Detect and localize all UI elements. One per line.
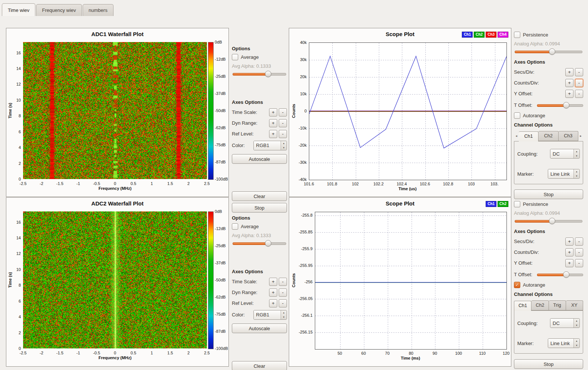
clear-button[interactable]: Clear (232, 361, 287, 370)
persistence-checkbox[interactable]: Persistence (514, 201, 583, 207)
tab-time-view[interactable]: Time wiev (2, 3, 35, 16)
coupling-spin-buttons[interactable]: ▲ ▼ (573, 319, 579, 328)
time-scale-minus-button[interactable]: - (279, 108, 287, 117)
secs-div-minus-button[interactable]: - (575, 237, 583, 246)
persistence-checkbox-box[interactable] (514, 201, 520, 207)
spin-down-icon[interactable]: ▼ (574, 154, 579, 158)
autorange-checkbox-box[interactable]: ✓ (514, 282, 520, 288)
y-tick-label: 40k (292, 40, 307, 45)
dyn-range-plus-button[interactable]: + (269, 119, 277, 127)
spin-up-icon[interactable]: ▲ (574, 319, 579, 323)
color-spinner[interactable]: RGB1 ▲ ▼ (253, 141, 287, 150)
time-scale-minus-button[interactable]: - (279, 278, 287, 286)
coupling-spin-buttons[interactable]: ▲ ▼ (573, 149, 579, 158)
persistence-label: Persistence (523, 32, 548, 38)
average-checkbox-box[interactable] (232, 54, 238, 60)
channel-tab-ch3[interactable]: Ch3 (559, 131, 578, 141)
ref-level-plus-button[interactable]: + (269, 299, 277, 307)
ref-level-minus-button[interactable]: - (279, 299, 287, 307)
channel-tab-ch2[interactable]: Ch2 (539, 131, 558, 141)
color-spin-buttons[interactable]: ▲ ▼ (281, 310, 287, 319)
scope-stop-button[interactable]: Stop (514, 359, 583, 369)
channel-tabs-scroll-right-icon[interactable]: ▸ (578, 131, 583, 141)
slider-thumb[interactable] (265, 240, 271, 246)
avg-alpha-slider[interactable] (233, 70, 286, 77)
time-scale-plus-button[interactable]: + (269, 278, 277, 286)
persistence-checkbox-box[interactable] (514, 32, 520, 38)
secs-div-plus-button[interactable]: + (565, 68, 573, 76)
dyn-range-minus-button[interactable]: - (279, 288, 287, 297)
tab-frequency-view[interactable]: Frequency wiev (36, 4, 82, 16)
marker-spin-buttons[interactable]: ▲ ▼ (573, 169, 579, 178)
spin-up-icon[interactable]: ▲ (281, 310, 287, 315)
spin-up-icon[interactable]: ▲ (574, 149, 579, 154)
counts-div-minus-button[interactable]: - (575, 79, 583, 87)
adc2-options-column: Options Average Avg Alpha: 0.1333 Axes O… (231, 197, 288, 370)
coupling-row: Coupling: DC ▲ ▼ (517, 149, 580, 159)
ref-level-plus-button[interactable]: + (269, 130, 277, 138)
y-offset-plus-button[interactable]: + (565, 259, 573, 267)
dyn-range-plus-button[interactable]: + (269, 288, 277, 297)
t-offset-slider[interactable] (537, 102, 583, 108)
autoscale-button[interactable]: Autoscale (232, 323, 287, 333)
y-offset-minus-button[interactable]: - (575, 259, 583, 267)
secs-div-minus-button[interactable]: - (575, 68, 583, 76)
slider-thumb[interactable] (265, 71, 271, 77)
channel-tab-ch1[interactable]: Ch1 (514, 301, 531, 311)
spin-up-icon[interactable]: ▲ (281, 141, 287, 146)
persistence-checkbox[interactable]: Persistence (514, 32, 583, 38)
counts-div-minus-button[interactable]: - (575, 248, 583, 256)
spin-down-icon[interactable]: ▼ (281, 315, 287, 319)
dyn-range-minus-button[interactable]: - (279, 119, 287, 127)
t-offset-slider[interactable] (537, 271, 583, 278)
coupling-spinner[interactable]: DC ▲ ▼ (550, 318, 580, 328)
time-scale-plus-button[interactable]: + (269, 108, 277, 117)
autorange-checkbox[interactable]: ✓ Autorange (514, 282, 583, 288)
ref-level-minus-button[interactable]: - (279, 130, 287, 138)
analog-alpha-slider[interactable] (515, 48, 582, 55)
spin-down-icon[interactable]: ▼ (574, 174, 579, 178)
slider-thumb[interactable] (563, 102, 569, 108)
avg-alpha-slider[interactable] (233, 240, 286, 246)
channel-tabs-scroll-left-icon[interactable]: ◂ (514, 131, 519, 141)
colorbar-tick-label: -25dB (215, 243, 226, 248)
x-tick-label: -0.5 (89, 351, 105, 355)
average-checkbox[interactable]: Average (232, 223, 287, 230)
spin-up-icon[interactable]: ▲ (574, 339, 579, 343)
coupling-spinner[interactable]: DC ▲ ▼ (550, 149, 580, 159)
channel-tab-ch1[interactable]: Ch1 (519, 131, 539, 141)
slider-thumb[interactable] (549, 218, 555, 224)
spin-down-icon[interactable]: ▼ (574, 323, 579, 328)
adc2-waterfall-title: ADC2 Waterfall Plot (6, 200, 229, 207)
dyn-range-row: Dyn Range: + - (232, 119, 287, 127)
autoscale-button[interactable]: Autoscale (232, 154, 287, 164)
slider-thumb[interactable] (563, 271, 569, 278)
y-offset-plus-button[interactable]: + (565, 90, 573, 98)
marker-spinner[interactable]: Line Link ▲ ▼ (548, 169, 580, 179)
secs-div-plus-button[interactable]: + (565, 237, 573, 246)
slider-thumb[interactable] (549, 48, 555, 55)
autorange-checkbox[interactable]: Autorange (514, 112, 583, 119)
scope2-x-axis-title: Time (ms) (315, 356, 506, 360)
tab-numbers[interactable]: numbers (83, 4, 114, 16)
adc2-waterfall-panel: ADC2 Waterfall Plot Time (s) Frequency (… (6, 197, 229, 367)
counts-div-plus-button[interactable]: + (565, 248, 573, 256)
average-checkbox-box[interactable] (232, 223, 238, 230)
channel-tab-ch2[interactable]: Ch2 (531, 300, 549, 310)
average-checkbox[interactable]: Average (232, 54, 287, 60)
color-spin-buttons[interactable]: ▲ ▼ (281, 141, 287, 150)
marker-spinner[interactable]: Line Link ▲ ▼ (548, 338, 580, 348)
counts-div-plus-button[interactable]: + (565, 79, 573, 87)
spin-down-icon[interactable]: ▼ (574, 343, 579, 348)
channel-tab-trig[interactable]: Trig (549, 300, 566, 310)
analog-alpha-slider[interactable] (515, 217, 582, 224)
marker-row: Marker: Line Link ▲ ▼ (517, 169, 580, 179)
y-offset-minus-button[interactable]: - (575, 90, 583, 98)
color-spinner[interactable]: RGB1 ▲ ▼ (253, 310, 287, 320)
channel-tab-xy[interactable]: XY (566, 300, 583, 310)
autorange-checkbox-box[interactable] (514, 112, 520, 119)
spin-up-icon[interactable]: ▲ (574, 169, 579, 174)
marker-spin-buttons[interactable]: ▲ ▼ (573, 339, 579, 348)
spin-down-icon[interactable]: ▼ (281, 146, 287, 150)
marker-value: Line Link (548, 339, 573, 348)
